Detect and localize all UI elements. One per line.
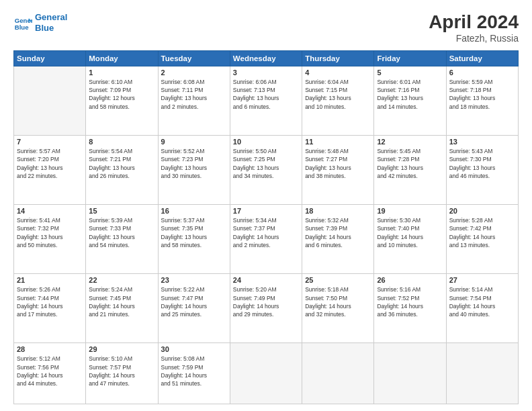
calendar-cell: 20Sunrise: 5:28 AM Sunset: 7:42 PM Dayli… [446, 205, 518, 274]
day-number: 2 [161, 68, 227, 77]
title-block: April 2024 Fatezh, Russia [429, 12, 519, 44]
svg-text:Blue: Blue [15, 23, 29, 30]
calendar-cell: 29Sunrise: 5:10 AM Sunset: 7:57 PM Dayli… [86, 343, 158, 404]
header: General Blue General Blue April 2024 Fat… [13, 12, 519, 44]
day-number: 9 [161, 138, 227, 146]
calendar-cell: 28Sunrise: 5:12 AM Sunset: 7:56 PM Dayli… [14, 343, 86, 404]
calendar-week-row: 1Sunrise: 6:10 AM Sunset: 7:09 PM Daylig… [14, 66, 519, 135]
weekday-header: Wednesday [230, 50, 302, 66]
weekday-header: Monday [86, 50, 158, 66]
weekday-header-row: SundayMondayTuesdayWednesdayThursdayFrid… [14, 50, 519, 66]
cell-info: Sunrise: 6:10 AM Sunset: 7:09 PM Dayligh… [89, 78, 154, 111]
day-number: 16 [161, 207, 227, 215]
calendar-cell: 12Sunrise: 5:45 AM Sunset: 7:28 PM Dayli… [374, 135, 446, 204]
day-number: 24 [233, 276, 299, 284]
cell-info: Sunrise: 5:16 AM Sunset: 7:52 PM Dayligh… [377, 285, 443, 318]
calendar-cell [302, 343, 374, 404]
day-number: 1 [89, 68, 154, 77]
day-number: 11 [305, 138, 371, 146]
logo-line1: General [35, 12, 67, 23]
calendar-week-row: 21Sunrise: 5:26 AM Sunset: 7:44 PM Dayli… [14, 274, 519, 343]
day-number: 29 [89, 345, 154, 353]
calendar-cell: 1Sunrise: 6:10 AM Sunset: 7:09 PM Daylig… [86, 66, 158, 135]
calendar-body: 1Sunrise: 6:10 AM Sunset: 7:09 PM Daylig… [14, 66, 519, 404]
cell-info: Sunrise: 6:08 AM Sunset: 7:11 PM Dayligh… [161, 78, 227, 111]
day-number: 22 [89, 276, 154, 284]
day-number: 3 [233, 68, 299, 77]
calendar-cell [230, 343, 302, 404]
cell-info: Sunrise: 5:20 AM Sunset: 7:49 PM Dayligh… [233, 285, 299, 318]
cell-info: Sunrise: 5:34 AM Sunset: 7:37 PM Dayligh… [233, 216, 299, 249]
day-number: 26 [377, 276, 443, 284]
calendar-cell: 17Sunrise: 5:34 AM Sunset: 7:37 PM Dayli… [230, 205, 302, 274]
calendar-cell: 21Sunrise: 5:26 AM Sunset: 7:44 PM Dayli… [14, 274, 86, 343]
cell-info: Sunrise: 5:30 AM Sunset: 7:40 PM Dayligh… [377, 216, 443, 249]
cell-info: Sunrise: 5:24 AM Sunset: 7:45 PM Dayligh… [89, 285, 154, 318]
calendar-cell: 5Sunrise: 6:01 AM Sunset: 7:16 PM Daylig… [374, 66, 446, 135]
cell-info: Sunrise: 5:59 AM Sunset: 7:18 PM Dayligh… [449, 78, 515, 111]
month-title: April 2024 [429, 12, 519, 33]
cell-info: Sunrise: 5:14 AM Sunset: 7:54 PM Dayligh… [449, 285, 515, 318]
cell-info: Sunrise: 5:22 AM Sunset: 7:47 PM Dayligh… [161, 285, 227, 318]
calendar-cell: 9Sunrise: 5:52 AM Sunset: 7:23 PM Daylig… [158, 135, 230, 204]
logo-line2: Blue [35, 23, 67, 34]
calendar-cell: 8Sunrise: 5:54 AM Sunset: 7:21 PM Daylig… [86, 135, 158, 204]
calendar-cell: 4Sunrise: 6:04 AM Sunset: 7:15 PM Daylig… [302, 66, 374, 135]
weekday-header: Saturday [446, 50, 518, 66]
day-number: 25 [305, 276, 371, 284]
day-number: 20 [449, 207, 515, 215]
day-number: 23 [161, 276, 227, 284]
cell-info: Sunrise: 5:37 AM Sunset: 7:35 PM Dayligh… [161, 216, 227, 249]
cell-info: Sunrise: 5:28 AM Sunset: 7:42 PM Dayligh… [449, 216, 515, 249]
calendar-cell: 7Sunrise: 5:57 AM Sunset: 7:20 PM Daylig… [14, 135, 86, 204]
weekday-header: Tuesday [158, 50, 230, 66]
calendar-cell: 13Sunrise: 5:43 AM Sunset: 7:30 PM Dayli… [446, 135, 518, 204]
weekday-header: Sunday [14, 50, 86, 66]
day-number: 19 [377, 207, 443, 215]
calendar-week-row: 7Sunrise: 5:57 AM Sunset: 7:20 PM Daylig… [14, 135, 519, 204]
day-number: 15 [89, 207, 154, 215]
cell-info: Sunrise: 5:39 AM Sunset: 7:33 PM Dayligh… [89, 216, 154, 249]
day-number: 30 [161, 345, 227, 353]
calendar-cell: 22Sunrise: 5:24 AM Sunset: 7:45 PM Dayli… [86, 274, 158, 343]
cell-info: Sunrise: 5:52 AM Sunset: 7:23 PM Dayligh… [161, 147, 227, 180]
calendar-table: SundayMondayTuesdayWednesdayThursdayFrid… [13, 50, 519, 404]
calendar-cell [14, 66, 86, 135]
calendar-cell: 3Sunrise: 6:06 AM Sunset: 7:13 PM Daylig… [230, 66, 302, 135]
page: General Blue General Blue April 2024 Fat… [0, 0, 532, 411]
day-number: 13 [449, 138, 515, 146]
cell-info: Sunrise: 5:10 AM Sunset: 7:57 PM Dayligh… [89, 355, 154, 387]
calendar-cell: 15Sunrise: 5:39 AM Sunset: 7:33 PM Dayli… [86, 205, 158, 274]
calendar-cell: 18Sunrise: 5:32 AM Sunset: 7:39 PM Dayli… [302, 205, 374, 274]
cell-info: Sunrise: 5:48 AM Sunset: 7:27 PM Dayligh… [305, 147, 371, 180]
calendar-cell: 11Sunrise: 5:48 AM Sunset: 7:27 PM Dayli… [302, 135, 374, 204]
cell-info: Sunrise: 6:04 AM Sunset: 7:15 PM Dayligh… [305, 78, 371, 111]
weekday-header: Friday [374, 50, 446, 66]
calendar-cell: 16Sunrise: 5:37 AM Sunset: 7:35 PM Dayli… [158, 205, 230, 274]
calendar-cell: 19Sunrise: 5:30 AM Sunset: 7:40 PM Dayli… [374, 205, 446, 274]
day-number: 12 [377, 138, 443, 146]
cell-info: Sunrise: 5:12 AM Sunset: 7:56 PM Dayligh… [17, 355, 83, 387]
day-number: 7 [17, 138, 83, 146]
day-number: 14 [17, 207, 83, 215]
cell-info: Sunrise: 5:08 AM Sunset: 7:59 PM Dayligh… [161, 355, 227, 387]
calendar-cell: 30Sunrise: 5:08 AM Sunset: 7:59 PM Dayli… [158, 343, 230, 404]
cell-info: Sunrise: 5:50 AM Sunset: 7:25 PM Dayligh… [233, 147, 299, 180]
logo: General Blue General Blue [13, 12, 67, 33]
calendar-cell: 26Sunrise: 5:16 AM Sunset: 7:52 PM Dayli… [374, 274, 446, 343]
calendar-cell: 10Sunrise: 5:50 AM Sunset: 7:25 PM Dayli… [230, 135, 302, 204]
cell-info: Sunrise: 6:06 AM Sunset: 7:13 PM Dayligh… [233, 78, 299, 111]
calendar-week-row: 28Sunrise: 5:12 AM Sunset: 7:56 PM Dayli… [14, 343, 519, 404]
weekday-header: Thursday [302, 50, 374, 66]
day-number: 17 [233, 207, 299, 215]
calendar-cell [374, 343, 446, 404]
day-number: 6 [449, 68, 515, 77]
day-number: 10 [233, 138, 299, 146]
day-number: 18 [305, 207, 371, 215]
cell-info: Sunrise: 5:18 AM Sunset: 7:50 PM Dayligh… [305, 285, 371, 318]
day-number: 4 [305, 68, 371, 77]
calendar-cell: 2Sunrise: 6:08 AM Sunset: 7:11 PM Daylig… [158, 66, 230, 135]
calendar-cell: 23Sunrise: 5:22 AM Sunset: 7:47 PM Dayli… [158, 274, 230, 343]
cell-info: Sunrise: 6:01 AM Sunset: 7:16 PM Dayligh… [377, 78, 443, 111]
cell-info: Sunrise: 5:32 AM Sunset: 7:39 PM Dayligh… [305, 216, 371, 249]
